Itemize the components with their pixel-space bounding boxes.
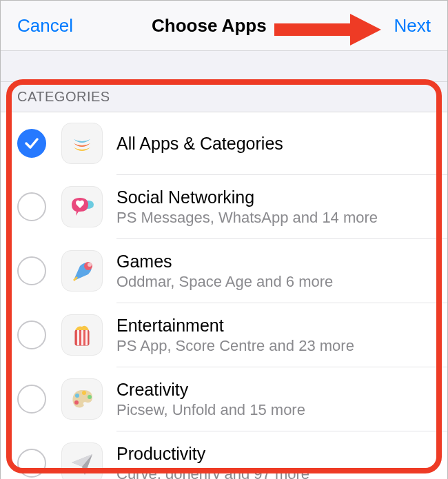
svg-point-9 [74, 400, 79, 405]
category-subtitle: PS App, Score Centre and 23 more [116, 337, 436, 355]
category-subtitle: Curve, gohenry and 97 more [116, 465, 436, 480]
creativity-icon [61, 378, 103, 420]
entertainment-icon [61, 314, 103, 356]
svg-point-1 [88, 263, 92, 267]
category-title: Creativity [116, 380, 436, 400]
checkbox-games[interactable] [17, 256, 46, 285]
category-row-social-networking[interactable]: Social Networking PS Messages, WhatsApp … [1, 175, 447, 238]
category-row-games[interactable]: Games Oddmar, Space Age and 6 more [1, 239, 447, 303]
category-title: Productivity [116, 444, 436, 464]
category-row-creativity[interactable]: Creativity Picsew, Unfold and 15 more [1, 367, 447, 431]
svg-point-8 [88, 395, 92, 399]
svg-point-6 [75, 394, 79, 398]
cancel-button[interactable]: Cancel [17, 15, 73, 37]
categories-list: All Apps & Categories Social Networ [1, 112, 447, 479]
category-title: All Apps & Categories [116, 134, 436, 154]
games-icon [61, 250, 103, 292]
category-row-entertainment[interactable]: Entertainment PS App, Score Centre and 2… [1, 303, 447, 367]
svg-point-7 [82, 391, 86, 395]
categories-section-header: CATEGORIES [1, 81, 447, 112]
checkbox-entertainment[interactable] [17, 320, 46, 349]
checkbox-social-networking[interactable] [17, 192, 46, 221]
page-title: Choose Apps [152, 15, 267, 37]
category-subtitle: Oddmar, Space Age and 6 more [116, 273, 436, 291]
svg-rect-4 [81, 330, 83, 345]
svg-rect-5 [85, 330, 88, 345]
category-row-all-apps[interactable]: All Apps & Categories [1, 112, 447, 174]
checkbox-creativity[interactable] [17, 385, 46, 414]
checkbox-all-apps[interactable] [17, 129, 46, 158]
category-row-productivity[interactable]: Productivity Curve, gohenry and 97 more [1, 431, 447, 479]
svg-rect-3 [77, 330, 79, 345]
productivity-icon [61, 442, 103, 479]
social-networking-icon [61, 186, 103, 227]
category-title: Social Networking [116, 187, 436, 207]
all-apps-icon [61, 123, 103, 164]
category-title: Entertainment [116, 316, 436, 336]
next-button[interactable]: Next [394, 15, 431, 37]
category-subtitle: Picsew, Unfold and 15 more [116, 401, 436, 419]
checkbox-productivity[interactable] [17, 449, 46, 478]
navigation-bar: Cancel Choose Apps Next [1, 1, 447, 51]
category-subtitle: PS Messages, WhatsApp and 14 more [116, 209, 436, 227]
category-title: Games [116, 252, 436, 272]
